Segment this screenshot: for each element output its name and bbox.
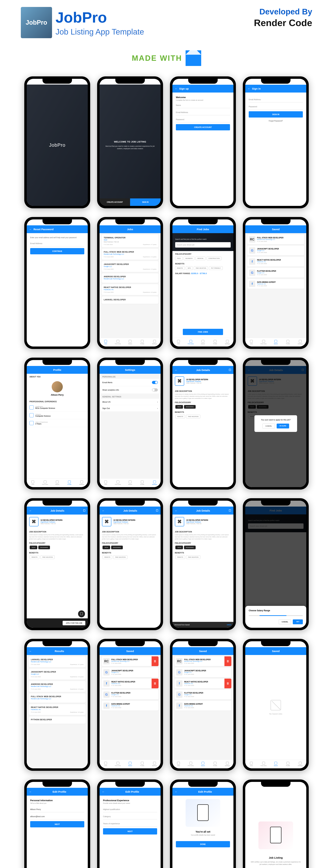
benefit-chip[interactable]: REMOTE <box>175 266 185 270</box>
back-icon[interactable]: ← <box>175 369 177 372</box>
sign-in-button[interactable]: SIGN IN <box>130 198 161 206</box>
tab-profile[interactable]: Profile <box>282 760 294 768</box>
benefit-chip[interactable]: PET FRIENDLY <box>209 266 223 270</box>
saved-item[interactable]: GJAVASCRIPT DEVELOPERGoogle LLC© 12 June… <box>174 668 231 677</box>
back-icon[interactable]: ← <box>102 509 105 512</box>
tab-find[interactable]: Find Jobs <box>112 478 124 487</box>
saved-item[interactable]: fDATA MINING EXPERTFacebook, Inc.© 12 Ju… <box>102 701 159 711</box>
saved-item[interactable]: RCFULL STACK WEB DEVELOPERRenderCode Tec… <box>174 656 231 666</box>
tab-jobs[interactable]: Jobs <box>100 478 112 487</box>
saved-item[interactable]: RCFULL STACK WEB DEVELOPERRenderCode Tec… <box>102 656 159 666</box>
saved-item[interactable]: GFLUTTER DEVELOPERGoogle LLC© 12 June 20… <box>247 268 304 278</box>
qualification-input[interactable]: Highest qualification <box>103 807 157 812</box>
job-card[interactable]: JAVASCRIPT DEVELOPERGoogle LLC© 23 June … <box>29 669 86 680</box>
tab-jobs[interactable]: Jobs <box>27 478 39 487</box>
modal-overlay[interactable]: You sure want to apply for this job? CAN… <box>245 360 306 487</box>
tab-saved[interactable]: Saved <box>270 760 282 768</box>
share-analytics-row[interactable]: Share analytics info <box>100 386 161 394</box>
done-button[interactable]: DONE <box>176 841 230 847</box>
tab-profile[interactable]: Profile <box>136 760 148 768</box>
tab-find[interactable]: Find Jobs <box>185 760 197 768</box>
delete-button[interactable]: 🗑 <box>152 679 159 688</box>
back-icon[interactable]: ← <box>29 228 32 231</box>
job-card[interactable]: PYTHON DEVELOPER <box>29 716 86 724</box>
back-icon[interactable]: ← <box>102 790 105 793</box>
job-card[interactable]: FULL STACK WEB DEVELOPERRenderCode Techn… <box>29 693 86 703</box>
password-input[interactable]: Password <box>176 117 230 122</box>
saved-item[interactable]: fDATA MINING EXPERTFacebook, Inc.© 12 Ju… <box>174 701 231 711</box>
search-input[interactable]: Search your dream job <box>175 242 231 248</box>
tab-saved[interactable]: Saved <box>124 478 136 487</box>
sheet-overlay[interactable]: Choose Salary Range CANCEL SET <box>245 501 306 628</box>
bookmark-fab[interactable]: ☐ <box>78 610 85 617</box>
forgot-password-link[interactable]: Forgot Password? <box>245 120 306 122</box>
tab-jobs[interactable]: Jobs <box>172 760 185 768</box>
saved-item[interactable]: GFLUTTER DEVELOPERGoogle LLC© 12 June 20… <box>174 690 231 700</box>
create-account-button[interactable]: CREATE ACCOUNT <box>100 198 130 206</box>
apply-button[interactable]: APPLY FOR THIS JOB <box>63 621 85 625</box>
tab-saved[interactable]: Saved <box>51 478 63 487</box>
category-chip[interactable]: BUSINESS <box>184 256 194 260</box>
job-card[interactable]: ANDROID DEVELOPERRenderCode Technology L… <box>29 681 86 692</box>
tab-settings[interactable]: Settings <box>294 338 306 346</box>
continue-button[interactable]: CONTINUE <box>30 248 84 254</box>
job-card[interactable]: LARAVEL DEVELOPER <box>102 297 159 304</box>
saved-item[interactable]: GFLUTTER DEVELOPERGoogle LLC© 12 June 20… <box>102 690 159 700</box>
sign-out-row[interactable]: Sign Out› <box>100 405 161 412</box>
confirm-button[interactable]: I'M SURE <box>277 424 289 429</box>
tab-profile[interactable]: Profile <box>209 338 221 346</box>
email-input[interactable]: Email Address <box>176 110 230 115</box>
back-icon[interactable]: ← <box>29 790 32 793</box>
job-card[interactable]: FULL STACK WEB DEVELOPERRenderCode Techn… <box>102 249 159 260</box>
toggle-on-icon[interactable] <box>152 381 158 384</box>
tab-jobs[interactable]: Jobs <box>100 338 112 346</box>
password-input[interactable]: Password <box>249 104 303 110</box>
tab-settings[interactable]: Settings <box>294 760 306 768</box>
email-input[interactable]: Email Address <box>30 241 84 246</box>
next-button[interactable]: NEXT <box>30 821 84 827</box>
saved-item[interactable]: fDATA MINING EXPERTFacebook, Inc.© 12 Ju… <box>247 279 304 289</box>
tab-saved[interactable]: Saved <box>124 338 136 346</box>
tab-find[interactable]: Find Jobs <box>39 478 51 487</box>
next-button[interactable]: NEXT <box>103 828 157 835</box>
tab-settings[interactable]: Settings <box>76 478 88 487</box>
tab-saved[interactable]: Saved <box>270 338 282 346</box>
job-card[interactable]: REACT NATIVE DEVELOPERFacebook, Inc.© 23… <box>102 284 159 295</box>
tab-jobs[interactable]: Jobs <box>100 760 112 768</box>
experience-input[interactable]: Years of experience <box>103 821 157 827</box>
category-chip[interactable]: TECH <box>175 256 182 260</box>
job-card[interactable]: JAVASCRIPT DEVELOPERGoogle LLC© 23 June … <box>102 261 159 272</box>
tab-settings[interactable]: Settings <box>148 338 161 346</box>
bookmark-icon[interactable]: ☐ <box>229 509 231 512</box>
tab-jobs[interactable]: Jobs <box>245 338 257 346</box>
saved-item[interactable]: fREACT NATIVE DEVELOPERFacebook, Inc.© 1… <box>174 679 231 688</box>
back-icon[interactable]: ← <box>248 87 250 90</box>
find-jobs-button[interactable]: FIND JOBS <box>183 329 223 335</box>
back-icon[interactable]: ← <box>29 509 32 512</box>
tab-profile[interactable]: Profile <box>136 338 148 346</box>
job-card[interactable]: LARAVEL DEVELOPERRenderCode Technology L… <box>29 656 86 667</box>
bookmark-icon[interactable]: ☐ <box>156 509 158 512</box>
email-alerts-row[interactable]: Email Alerts <box>100 379 161 386</box>
job-card[interactable]: REACT NATIVE DEVELOPERFacebook, Inc.© 12… <box>29 704 86 715</box>
tab-find[interactable]: Find Jobs <box>112 760 124 768</box>
back-icon[interactable]: ← <box>175 509 177 512</box>
back-icon[interactable]: ← <box>175 87 177 90</box>
tab-saved[interactable]: Saved <box>197 760 209 768</box>
saved-item[interactable]: GJAVASCRIPT DEVELOPERGoogle LLC© 12 June… <box>102 668 159 677</box>
name-input[interactable]: Name <box>176 102 230 108</box>
saved-item[interactable]: fREACT NATIVE DEVELOPERFacebook, Inc.© 1… <box>102 679 159 688</box>
tab-find[interactable]: Find Jobs <box>257 760 269 768</box>
name-input[interactable]: Allison Perry <box>30 807 84 812</box>
saved-item[interactable]: GJAVASCRIPT DEVELOPERGoogle LLC© 12 June… <box>247 246 304 255</box>
benefit-chip[interactable]: WFH <box>186 266 193 270</box>
about-us-row[interactable]: About US› <box>100 399 161 405</box>
benefit-chip[interactable]: PAID VACATION <box>194 266 208 270</box>
tab-settings[interactable]: Settings <box>148 760 161 768</box>
create-account-submit[interactable]: CREATE ACCOUNT <box>176 124 230 130</box>
set-button[interactable]: SET <box>293 619 303 624</box>
tab-profile[interactable]: Profile <box>209 760 221 768</box>
email-input[interactable]: Email Address <box>249 97 303 102</box>
tab-settings[interactable]: Settings <box>221 338 233 346</box>
undo-button[interactable]: UNDO <box>227 624 232 626</box>
